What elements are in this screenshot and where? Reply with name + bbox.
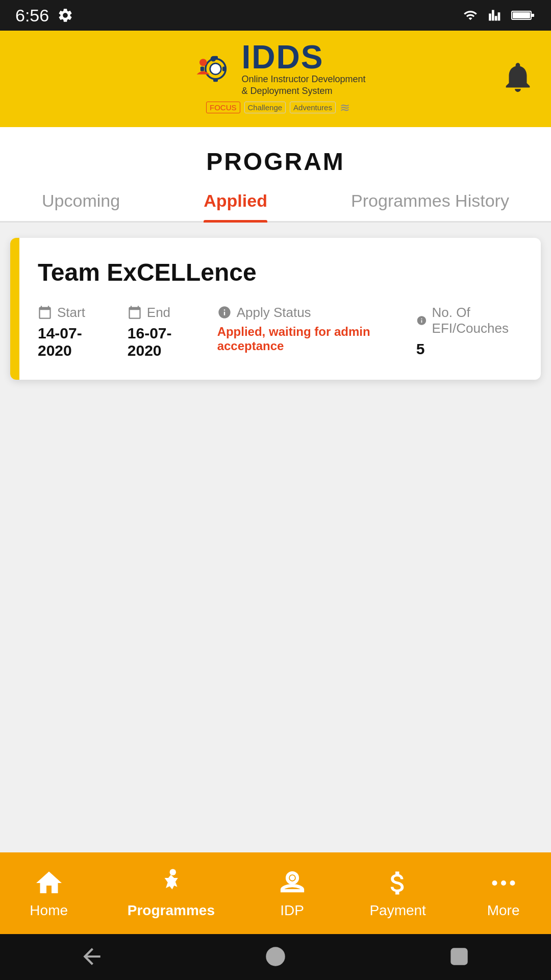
- tab-history[interactable]: Programmes History: [351, 191, 509, 221]
- brand-challenge: Challenge: [244, 102, 286, 113]
- nav-home[interactable]: Home: [19, 863, 78, 924]
- apply-status-label: Apply Status: [237, 305, 311, 321]
- svg-rect-7: [201, 67, 204, 71]
- nav-programmes-label: Programmes: [128, 902, 215, 919]
- status-bar: 6:56: [0, 0, 551, 31]
- svg-rect-1: [513, 12, 530, 18]
- tab-applied[interactable]: Applied: [204, 191, 267, 221]
- logo-title: IDDS: [241, 41, 365, 74]
- page-title: PROGRAM: [0, 148, 551, 176]
- start-label: Start: [57, 305, 85, 321]
- android-nav: [0, 934, 551, 980]
- home-circle-icon: [263, 944, 288, 969]
- brand-adventures: Adventures: [290, 102, 336, 113]
- logo: IDDS Online Instructor Development & Dep…: [190, 41, 365, 115]
- nav-home-label: Home: [30, 902, 68, 919]
- android-home[interactable]: [263, 944, 288, 971]
- brand-logos: FOCUS Challenge Adventures ≋: [206, 101, 350, 115]
- program-card[interactable]: Team ExCELLence Start 14-07-2020: [10, 238, 541, 380]
- efi-group: No. Of EFI/Couches 5: [416, 305, 520, 358]
- svg-rect-6: [213, 78, 218, 82]
- page-title-area: PROGRAM: [0, 127, 551, 176]
- idp-icon: [274, 868, 310, 898]
- status-icons: [461, 8, 536, 22]
- svg-rect-2: [531, 14, 534, 17]
- logo-subtitle2: & Deployment System: [241, 85, 365, 97]
- end-label: End: [147, 305, 170, 321]
- status-time: 6:56: [15, 6, 49, 26]
- payment-icon: [380, 868, 416, 898]
- nav-idp-label: IDP: [280, 902, 304, 919]
- svg-point-17: [266, 947, 285, 966]
- svg-point-15: [501, 880, 506, 886]
- back-icon: [79, 944, 105, 969]
- battery-icon: [511, 8, 536, 22]
- svg-point-13: [290, 875, 295, 880]
- recents-icon: [446, 944, 472, 969]
- nav-more[interactable]: More: [475, 863, 532, 924]
- settings-icon: [57, 7, 73, 23]
- signal-icon: [488, 8, 503, 22]
- header: IDDS Online Instructor Development & Dep…: [0, 31, 551, 127]
- svg-rect-18: [452, 949, 466, 964]
- svg-rect-8: [222, 67, 226, 71]
- nav-payment-label: Payment: [369, 902, 426, 919]
- calendar-end-icon: [128, 305, 142, 320]
- brand-focus: FOCUS: [206, 102, 240, 113]
- calendar-start-icon: [38, 305, 52, 320]
- android-recents[interactable]: [446, 944, 472, 971]
- card-accent: [10, 238, 19, 380]
- wifi-icon: [461, 8, 480, 22]
- home-icon: [31, 868, 67, 898]
- nav-more-label: More: [487, 902, 520, 919]
- nav-idp[interactable]: IDP: [264, 863, 320, 924]
- start-date: 14-07-2020: [38, 325, 97, 359]
- efi-label: No. Of EFI/Couches: [432, 305, 520, 336]
- svg-point-14: [492, 880, 497, 886]
- program-title: Team ExCELLence: [38, 258, 520, 286]
- svg-point-10: [211, 56, 216, 62]
- apply-status-group: Apply Status Applied, waiting for admin …: [217, 305, 386, 353]
- svg-point-9: [199, 59, 207, 66]
- bell-icon: [500, 59, 536, 95]
- programmes-icon: [153, 868, 189, 898]
- logo-subtitle1: Online Instructor Development: [241, 74, 365, 85]
- end-date: 16-07-2020: [128, 325, 187, 359]
- nav-programmes[interactable]: Programmes: [117, 863, 225, 924]
- nav-payment[interactable]: Payment: [359, 863, 436, 924]
- bottom-nav: Home Programmes IDP Payment: [0, 852, 551, 934]
- end-date-group: End 16-07-2020: [128, 305, 187, 359]
- notification-button[interactable]: [500, 59, 536, 96]
- efi-value: 5: [416, 340, 520, 358]
- card-details: Start 14-07-2020 End 16-07-2020: [38, 305, 520, 359]
- logo-icon: [190, 46, 236, 92]
- info-status-icon: [217, 305, 232, 320]
- content-area: Team ExCELLence Start 14-07-2020: [0, 223, 551, 852]
- apply-status-value: Applied, waiting for admin acceptance: [217, 325, 386, 353]
- svg-point-4: [210, 64, 221, 75]
- start-date-group: Start 14-07-2020: [38, 305, 97, 359]
- tab-upcoming[interactable]: Upcoming: [42, 191, 120, 221]
- info-efi-icon: [416, 313, 427, 328]
- more-icon: [486, 868, 521, 898]
- android-back[interactable]: [79, 944, 105, 971]
- card-body: Team ExCELLence Start 14-07-2020: [19, 238, 541, 380]
- svg-point-16: [510, 880, 515, 886]
- svg-point-11: [170, 869, 177, 876]
- tab-bar: Upcoming Applied Programmes History: [0, 176, 551, 223]
